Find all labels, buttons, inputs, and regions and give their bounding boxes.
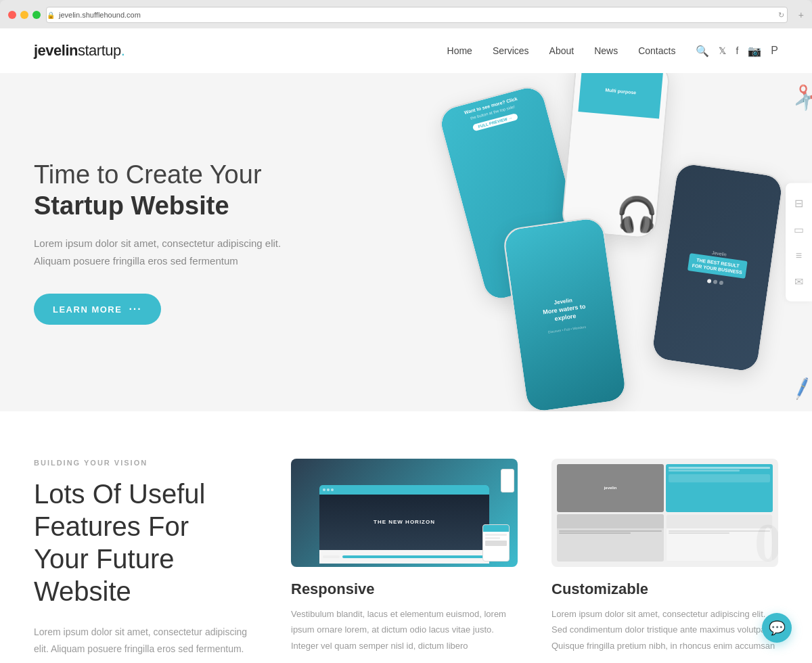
- features-description: Lorem ipsum dolor sit amet, consectetur …: [34, 624, 250, 658]
- feature-desc-responsive: Vestibulum blandit, lacus et elementum e…: [291, 606, 518, 654]
- hero-title-bold: Startup Website: [34, 191, 318, 222]
- logo-suffix: startup: [78, 42, 121, 59]
- pinterest-icon[interactable]: P: [771, 45, 778, 57]
- facebook-icon[interactable]: f: [736, 45, 738, 56]
- chat-button[interactable]: 💬: [762, 613, 792, 643]
- nav-home[interactable]: Home: [447, 45, 472, 56]
- hero-content: Time to Create Your Startup Website Lore…: [34, 160, 318, 325]
- hero-title-light: Time to Create Your: [34, 160, 318, 191]
- sidebar-icon-mail[interactable]: ✉: [794, 275, 804, 288]
- nav-menu: Home Services About News Contacts 🔍 𝕏 f …: [447, 45, 778, 58]
- lock-icon: 🔒: [47, 12, 55, 19]
- features-subtitle: BUILDING YOUR VISION: [34, 459, 250, 467]
- nav-about[interactable]: About: [549, 45, 574, 56]
- features-right-col: THE NEW HORIZON: [291, 459, 778, 654]
- phone-mockup-3: Jevelin More waters toexplore Discover •…: [502, 216, 629, 411]
- browser-chrome: 🔒 jevelin.shufflehound.com ↻ +: [0, 0, 812, 28]
- website-content: jevelinstartup. Home Services About News…: [0, 28, 812, 663]
- traffic-lights: [8, 11, 41, 19]
- url-text: jevelin.shufflehound.com: [59, 11, 141, 19]
- decorative-item: ✂️: [790, 82, 812, 115]
- responsive-device-mockup: THE NEW HORIZON: [291, 459, 518, 567]
- refresh-icon[interactable]: ↻: [778, 11, 784, 20]
- hero-phones: Want to see more? Click the button at th…: [406, 73, 812, 411]
- airpods-image: 🎧: [616, 195, 658, 234]
- hero-cta-dots: ···: [129, 303, 141, 315]
- hero-description: Lorem ipsum dolor sit amet, consectetur …: [34, 235, 318, 269]
- phone-screen-3: Jevelin More waters toexplore Discover •…: [503, 217, 627, 411]
- decorative-item-2: 🖊️: [789, 376, 812, 401]
- sidebar-icon-layout[interactable]: ≡: [794, 250, 804, 262]
- close-button[interactable]: [8, 11, 16, 19]
- nav-news[interactable]: News: [594, 45, 618, 56]
- hero-cta-button[interactable]: LEARN MORE ···: [34, 294, 161, 325]
- sidebar-icon-pages[interactable]: ▭: [794, 223, 804, 236]
- site-header: jevelinstartup. Home Services About News…: [0, 28, 812, 73]
- address-bar[interactable]: 🔒 jevelin.shufflehound.com ↻: [46, 7, 788, 23]
- search-icon[interactable]: 🔍: [696, 45, 709, 58]
- logo-dot: .: [121, 42, 125, 59]
- hero-cta-label: LEARN MORE: [53, 304, 122, 315]
- chat-icon: 💬: [769, 620, 786, 636]
- features-section: BUILDING YOUR VISION Lots Of Useful Feat…: [0, 411, 812, 663]
- sidebar-icons: ⊟ ▭ ≡ ✉: [786, 183, 812, 302]
- feature-card-responsive: THE NEW HORIZON: [291, 459, 518, 654]
- phone-screen-4: Jevelin THE BEST RESULTFOR YOUR BUSINESS: [652, 163, 784, 373]
- logo[interactable]: jevelinstartup.: [34, 42, 125, 60]
- logo-brand: jevelin: [34, 42, 78, 59]
- features-left-col: BUILDING YOUR VISION Lots Of Useful Feat…: [34, 459, 250, 663]
- browser-titlebar: 🔒 jevelin.shufflehound.com ↻ +: [0, 7, 812, 28]
- nav-contacts[interactable]: Contacts: [638, 45, 675, 56]
- hero-section: Time to Create Your Startup Website Lore…: [0, 73, 812, 411]
- customizable-device-mockup: jevelin: [551, 459, 778, 567]
- minimize-button[interactable]: [20, 11, 28, 19]
- feature-name-customizable: Customizable: [551, 580, 778, 598]
- feature-name-responsive: Responsive: [291, 580, 518, 598]
- nav-social-icons: 🔍 𝕏 f 📷 P: [696, 45, 778, 58]
- feature-desc-customizable: Lorem ipsum dolor sit amet, consectetur …: [551, 606, 778, 654]
- maximize-button[interactable]: [32, 11, 41, 19]
- nav-services[interactable]: Services: [493, 45, 529, 56]
- browser-window-close[interactable]: +: [798, 9, 804, 20]
- twitter-icon[interactable]: 𝕏: [719, 45, 726, 56]
- instagram-icon[interactable]: 📷: [748, 45, 761, 58]
- features-title: Lots Of Useful Features For Your Future …: [34, 478, 250, 608]
- phone-mockup-4: Jevelin THE BEST RESULTFOR YOUR BUSINESS: [650, 161, 784, 373]
- feature-card-customizable: jevelin: [551, 459, 778, 654]
- sidebar-icon-layers[interactable]: ⊟: [794, 197, 804, 210]
